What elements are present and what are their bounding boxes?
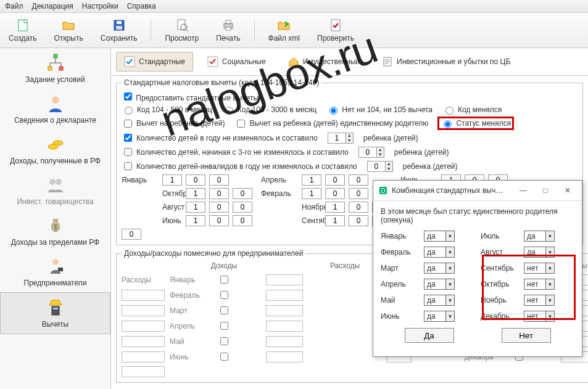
month-value-input[interactable] <box>302 188 321 199</box>
month-value-input[interactable] <box>233 202 252 213</box>
dlg-month-select[interactable]: да▼ <box>524 247 555 258</box>
month-value-input[interactable] <box>162 174 182 186</box>
sidebar-income-rf[interactable]: Доходы, полученные в РФ <box>0 129 110 170</box>
dialog-title: Комбинация стандартных выч… <box>392 186 503 195</box>
ie-income-input[interactable] <box>266 351 303 362</box>
tb-new[interactable]: Создать <box>5 17 41 44</box>
month-value-input[interactable] <box>209 188 229 199</box>
tb-preview[interactable]: Просмотр <box>161 17 202 44</box>
spin-count2[interactable]: ▲▼ <box>358 147 384 158</box>
month-value-input[interactable] <box>349 188 368 199</box>
ie-month-cb[interactable] <box>189 306 259 314</box>
dlg-month-select[interactable]: да▼ <box>424 247 455 258</box>
month-value-input[interactable] <box>186 174 205 186</box>
dialog-yes-button[interactable]: Да <box>405 328 454 343</box>
menu-settings[interactable]: Настройки <box>82 2 118 10</box>
month-label: Август <box>162 203 182 211</box>
month-value-input[interactable] <box>209 202 229 213</box>
dlg-month-select[interactable]: да▼ <box>524 231 555 242</box>
ie-income-input[interactable] <box>266 274 303 285</box>
tb-open[interactable]: Открыть <box>51 17 87 44</box>
sidebar-conditions[interactable]: Задание условий <box>0 48 110 89</box>
dlg-month-select[interactable]: да▼ <box>424 311 455 322</box>
dlg-month-select[interactable]: нет▼ <box>524 279 555 290</box>
tab-social[interactable]: Социальные <box>199 52 274 72</box>
cb-single-parent[interactable]: Вычет на ребенка (детей) единственному р… <box>234 118 428 129</box>
month-value-input[interactable] <box>349 215 368 226</box>
tab-property[interactable]: Имущественный <box>280 52 368 72</box>
month-value-input[interactable] <box>349 174 368 186</box>
dialog-no-button[interactable]: Нет <box>502 328 551 343</box>
radio-code-none[interactable]: Нет ни 104, ни 105 вычета <box>326 105 433 115</box>
dlg-month-select[interactable]: нет▼ <box>524 263 555 274</box>
provide-cb-input[interactable] <box>124 92 132 100</box>
radio-code105[interactable]: Код 105 - 3000 в месяц <box>222 105 317 115</box>
month-value-input[interactable] <box>209 215 229 226</box>
cb-count1[interactable]: Количество детей в году не изменялось и … <box>122 132 318 144</box>
tab-standard[interactable]: Стандартные <box>116 52 193 72</box>
ie-month-cb[interactable] <box>189 291 259 299</box>
ie-income-input[interactable] <box>266 305 303 316</box>
dlg-month-select[interactable]: да▼ <box>424 263 455 274</box>
month-value-input[interactable] <box>209 174 229 186</box>
ie-expense-input[interactable] <box>122 366 165 377</box>
month-value-input[interactable] <box>325 188 345 199</box>
ie-expense-input[interactable] <box>122 351 165 362</box>
minimize-icon[interactable]: — <box>514 184 532 197</box>
ie-income-input[interactable] <box>266 321 303 332</box>
dialog-titlebar[interactable]: D Комбинация стандартных выч… — □ ✕ <box>373 181 582 201</box>
dlg-month-select[interactable]: нет▼ <box>524 295 555 306</box>
month-value-input[interactable] <box>325 215 345 226</box>
tb-print[interactable]: Печать <box>212 17 244 44</box>
menu-declaration[interactable]: Декларация <box>32 2 73 10</box>
ie-month-cb[interactable] <box>189 276 259 284</box>
cb-count2[interactable]: Количество детей, начиная с 3-го не изме… <box>122 146 349 158</box>
month-value-input[interactable] <box>325 202 345 213</box>
tb-save[interactable]: Сохранить <box>97 17 141 44</box>
ie-expense-input[interactable] <box>122 305 165 316</box>
ie-income-input[interactable] <box>266 336 303 347</box>
month-value-input[interactable] <box>122 229 141 240</box>
tb-xml[interactable]: Файл xml <box>265 17 304 44</box>
sidebar-deductions[interactable]: Вычеты <box>0 292 110 334</box>
cb-child[interactable]: Вычет на ребенка (детей) <box>122 118 225 129</box>
sidebar-income-out[interactable]: $ Доходы за пределами РФ <box>0 211 110 252</box>
month-value-input[interactable] <box>233 215 252 226</box>
ie-month-cb[interactable] <box>189 322 259 330</box>
sidebar-entrepreneurs[interactable]: Предприниматели <box>0 252 110 292</box>
month-value-input[interactable] <box>349 202 368 213</box>
sidebar-declarant[interactable]: Сведения о декларанте <box>0 89 110 129</box>
ie-income-input[interactable] <box>266 290 303 301</box>
ie-month-cb[interactable] <box>189 353 259 361</box>
month-label: Февраль <box>261 189 298 198</box>
month-value-input[interactable] <box>325 174 345 186</box>
month-value-input[interactable] <box>233 188 252 199</box>
menu-file[interactable]: Файл <box>5 2 23 10</box>
provide-checkbox[interactable]: Предоставить стандартные вычеты <box>122 94 259 102</box>
sidebar-invest[interactable]: Инвест. товарищества <box>0 170 110 211</box>
dlg-month-select[interactable]: да▼ <box>424 231 455 242</box>
radio-code104[interactable]: Код 104 - 500 в месяц <box>122 105 212 115</box>
menu-help[interactable]: Справка <box>127 2 156 10</box>
ie-expense-input[interactable] <box>122 336 165 347</box>
month-value-input[interactable] <box>186 188 205 199</box>
month-value-input[interactable] <box>302 174 321 186</box>
tab-invest-loss[interactable]: Инвестиционные и убытки по ЦБ <box>374 52 518 72</box>
month-value-input[interactable] <box>186 202 205 213</box>
ie-expense-input[interactable] <box>122 321 165 332</box>
svg-point-15 <box>53 141 63 145</box>
tb-check[interactable]: Проверить <box>313 17 358 44</box>
dlg-month-select[interactable]: да▼ <box>424 279 455 290</box>
radio-code-changed[interactable]: Код менялся <box>442 105 502 115</box>
maximize-icon[interactable]: □ <box>536 184 555 197</box>
close-icon[interactable]: ✕ <box>558 184 577 197</box>
dlg-month-select[interactable]: да▼ <box>424 295 455 306</box>
month-value-input[interactable] <box>186 215 205 226</box>
ie-month-cb[interactable] <box>189 337 259 345</box>
spin-count3[interactable]: ▲▼ <box>367 161 393 172</box>
dlg-month-select[interactable]: нет▼ <box>524 311 555 322</box>
ie-expense-input[interactable] <box>122 290 165 301</box>
spin-count1[interactable]: ▲▼ <box>328 133 354 144</box>
radio-status-changed[interactable]: Статус менялся <box>438 117 513 129</box>
cb-count3[interactable]: Количество детей-инвалидов в году не изм… <box>122 160 357 172</box>
